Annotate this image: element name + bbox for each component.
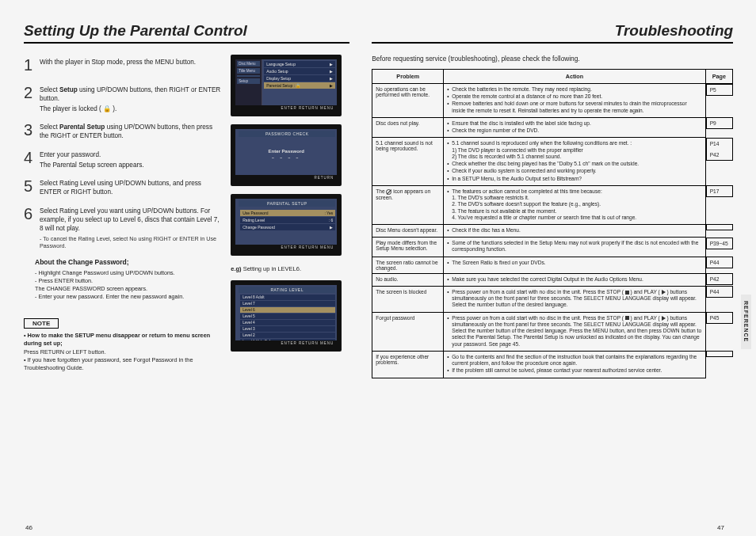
screenshot-rating-level: RATING LEVEL Level 8 AdultLevel 7Level 6… <box>231 280 342 352</box>
play-icon <box>662 316 666 321</box>
stop-icon <box>625 316 629 320</box>
th-action: Action <box>444 70 705 84</box>
screenshot-setup-menu: Disc MenuTitle MenuSetup Language Setup▶… <box>231 55 342 116</box>
note-body: • How to make the SETUP menu disappear o… <box>24 332 221 372</box>
th-problem: Problem <box>372 70 444 84</box>
about-change-password-body: - Highlight Change Password using UP/DOW… <box>35 269 221 301</box>
left-title: Setting Up the Parental Control <box>24 22 349 44</box>
side-tab-reference: REFERENCE <box>741 295 751 348</box>
caption-level6: e.g) Setting up in LEVEL6. <box>231 265 349 272</box>
troubleshooting-table: Problem Action Page No operations can be… <box>372 69 733 378</box>
screenshot-parental-setup: PARENTAL SETUP Use Password: YesRating L… <box>231 194 342 256</box>
troubleshooting-intro: Before requesting service (troubleshooti… <box>372 55 733 63</box>
left-page: Setting Up the Parental Control 1With th… <box>24 22 349 528</box>
note-label: NOTE <box>24 318 59 329</box>
th-page: Page <box>705 70 733 84</box>
prohibit-icon <box>386 189 391 195</box>
play-icon <box>662 290 666 295</box>
screenshot-column: Disc MenuTitle MenuSetup Language Setup▶… <box>231 55 349 372</box>
right-page: Troubleshooting Before requesting servic… <box>372 22 733 528</box>
page-number-left: 46 <box>25 524 32 531</box>
about-change-password-heading: About the Change Password; <box>35 258 221 266</box>
screenshot-password-check: PASSWORD CHECK Enter Password – – – – RE… <box>231 124 342 186</box>
stop-icon <box>625 291 629 295</box>
page-number-right: 47 <box>717 524 724 531</box>
steps-list: 1With the player in Stop mode, press the… <box>24 55 221 372</box>
right-title: Troubleshooting <box>372 22 733 44</box>
